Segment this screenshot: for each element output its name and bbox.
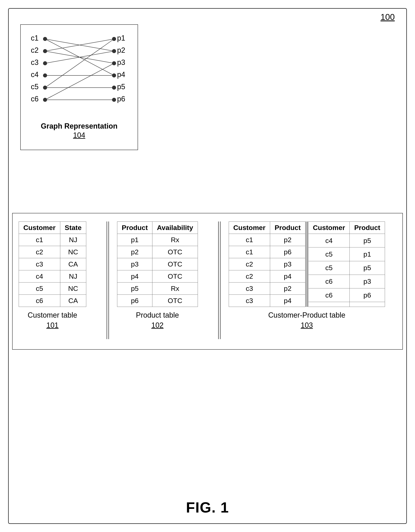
table-cell: NC: [60, 283, 86, 295]
table-cell: c1: [229, 246, 270, 258]
tables-section: Customer State c1 NJ c2 NC c3 CA c: [12, 213, 403, 350]
product-table-wrap: Product Availability p1 Rx p2 OTC p3 OTC: [117, 221, 198, 330]
table-cell: c6: [308, 275, 350, 288]
svg-text:c6: c6: [31, 95, 39, 103]
table-cell: p4: [270, 295, 305, 307]
table-row: p4 OTC: [117, 270, 198, 283]
table-cell: c5: [308, 247, 350, 261]
product-table-header-availability: Availability: [152, 222, 198, 234]
table-cell: Rx: [152, 283, 198, 295]
table-row: p3 OTC: [117, 258, 198, 270]
table-cell: c6: [308, 288, 350, 302]
table-row: p2 OTC: [117, 246, 198, 258]
svg-text:p6: p6: [117, 95, 125, 103]
table-row: c6 p6: [308, 288, 385, 302]
svg-text:p1: p1: [117, 34, 125, 42]
table-row: c6 p3: [308, 275, 385, 288]
svg-line-6: [45, 39, 114, 88]
graph-svg: c1 c2 c3 c4 c5 c6 p1 p2 p3 p4 p5 p6: [27, 31, 132, 120]
table-cell: c2: [229, 270, 270, 283]
svg-point-23: [112, 37, 116, 41]
svg-text:p3: p3: [117, 58, 125, 66]
product-table-num: 102: [151, 321, 164, 330]
table-row: c1 p2: [229, 234, 305, 246]
table-cell: CA: [60, 258, 86, 270]
table-row: [308, 302, 385, 307]
table-cell: c4: [308, 234, 350, 247]
table-cell: p1: [117, 234, 152, 246]
table-row: p6 OTC: [117, 295, 198, 307]
table-cell: p3: [270, 258, 305, 270]
table-cell: p6: [270, 246, 305, 258]
customer-table-header-customer: Customer: [19, 222, 60, 234]
customer-table-num: 101: [46, 321, 58, 330]
table-cell: c2: [229, 258, 270, 270]
svg-point-29: [112, 73, 116, 77]
svg-text:c2: c2: [31, 46, 39, 54]
table-cell: OTC: [152, 295, 198, 307]
customer-table: Customer State c1 NJ c2 NC c3 CA c: [19, 221, 86, 307]
cp-table-label: Customer-Product table: [268, 311, 345, 319]
table-cell: p6: [350, 288, 385, 302]
table-cell: p4: [117, 270, 152, 283]
cp-table-right: Customer Product c4 p5 c5 p1 c5: [308, 221, 385, 307]
svg-point-25: [112, 49, 116, 53]
table-row: c5 NC: [19, 283, 86, 295]
customer-table-wrap: Customer State c1 NJ c2 NC c3 CA c: [19, 221, 86, 330]
table-cell: p3: [117, 258, 152, 270]
table-cell: p5: [350, 234, 385, 247]
table-cell: [350, 302, 385, 307]
svg-text:c1: c1: [31, 34, 39, 42]
table-row: p1 Rx: [117, 234, 198, 246]
cp-header-customer-l: Customer: [229, 222, 270, 234]
table-cell: p2: [270, 234, 305, 246]
cp-table-num: 103: [301, 321, 313, 330]
table-cell: p5: [350, 261, 385, 275]
table-row: c4 NJ: [19, 270, 86, 283]
svg-point-31: [112, 86, 116, 90]
table-cell: c5: [308, 261, 350, 275]
svg-point-19: [43, 86, 47, 90]
svg-point-13: [43, 49, 47, 53]
svg-point-33: [112, 98, 116, 102]
table-cell: c1: [19, 234, 60, 246]
table-cell: CA: [60, 295, 86, 307]
customer-table-header-state: State: [60, 222, 86, 234]
table-cell: OTC: [152, 246, 198, 258]
table-cell: NJ: [60, 270, 86, 283]
table-row: c4 p5: [308, 234, 385, 247]
table-cell: p6: [117, 295, 152, 307]
svg-text:p2: p2: [117, 46, 125, 54]
table-cell: NC: [60, 246, 86, 258]
table-cell: p3: [350, 275, 385, 288]
svg-point-27: [112, 61, 116, 65]
table-cell: c4: [19, 270, 60, 283]
table-cell: NJ: [60, 234, 86, 246]
cp-header-customer-r: Customer: [308, 222, 350, 234]
graph-label-104: 104: [73, 131, 85, 140]
table-row: c3 CA: [19, 258, 86, 270]
table-row: c5 p1: [308, 247, 385, 261]
cp-header-product-l: Product: [270, 222, 305, 234]
product-table: Product Availability p1 Rx p2 OTC p3 OTC: [117, 221, 198, 307]
table-cell: p5: [117, 283, 152, 295]
table-row: c1 NJ: [19, 234, 86, 246]
graph-box: c1 c2 c3 c4 c5 c6 p1 p2 p3 p4 p5 p6 Grap…: [20, 24, 138, 150]
cp-table-inner: Customer Product c1 p2 c1 p6 c2: [229, 221, 385, 307]
product-table-label: Product table: [136, 311, 179, 319]
figure-number: FIG. 1: [186, 499, 229, 516]
table-row: c2 p4: [229, 270, 305, 283]
table-cell: OTC: [152, 270, 198, 283]
divider-2: [218, 221, 221, 339]
graph-representation-title: Graph Representation: [41, 122, 117, 130]
table-row: c1 p6: [229, 246, 305, 258]
table-cell: [308, 302, 350, 307]
cp-header-product-r: Product: [350, 222, 385, 234]
table-cell: c3: [229, 295, 270, 307]
table-row: c2 p3: [229, 258, 305, 270]
svg-point-15: [43, 61, 47, 65]
customer-product-table-wrap: Customer Product c1 p2 c1 p6 c2: [229, 221, 385, 330]
cp-table-left: Customer Product c1 p2 c1 p6 c2: [229, 221, 305, 307]
table-row: c6 CA: [19, 295, 86, 307]
table-cell: c3: [19, 258, 60, 270]
